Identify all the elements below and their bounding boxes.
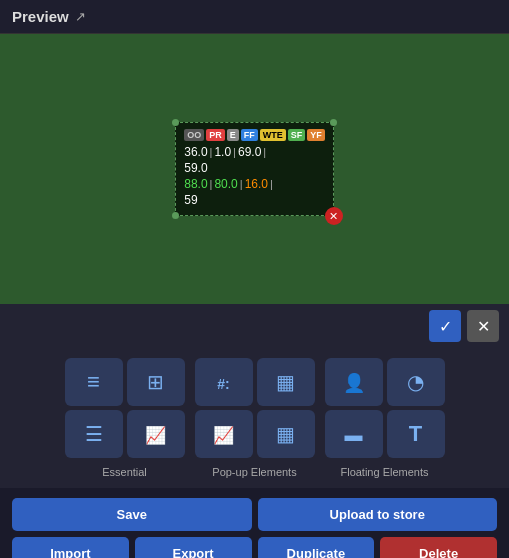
tool-row-5 (325, 358, 445, 406)
val-36: 36.0 (184, 145, 207, 159)
tool-group-popup: Pop-up Elements (195, 358, 315, 478)
grid3-icon (276, 422, 295, 446)
tool-group-essential: Essential (65, 358, 185, 478)
T-icon (409, 421, 422, 447)
widget-row-3: 88.0 | 80.0 | 16.0 | (184, 177, 325, 191)
duplicate-button[interactable]: Duplicate (258, 537, 375, 558)
badge-sf: SF (288, 129, 306, 141)
tool-floating-bar[interactable] (325, 410, 383, 458)
tool-essential-lines2[interactable] (65, 410, 123, 458)
tool-floating-person[interactable] (325, 358, 383, 406)
external-link-icon[interactable]: ↗ (75, 9, 86, 24)
tool-popup-grid3[interactable] (257, 410, 315, 458)
tool-groups: Essential Pop-up Elements (16, 358, 493, 478)
badge-e: E (227, 129, 239, 141)
lines2-icon (85, 422, 103, 446)
val-1: 1.0 (214, 145, 231, 159)
tool-row-6 (325, 410, 445, 458)
val-59-b: 59 (184, 193, 197, 207)
hashtag-icon (217, 371, 229, 394)
widget-row-4: 59 (184, 193, 325, 207)
tool-essential-list[interactable] (65, 358, 123, 406)
action-row-1: Save Upload to store (12, 498, 497, 531)
tool-floating-text[interactable] (387, 410, 445, 458)
essential-label: Essential (102, 466, 147, 478)
widget-close-button[interactable]: ✕ (325, 207, 343, 225)
tool-floating-dial[interactable] (387, 358, 445, 406)
handle-bottom-left[interactable] (172, 212, 179, 219)
grid-icon (147, 370, 164, 394)
badge-wte: WTE (260, 129, 286, 141)
val-80: 80.0 (214, 177, 237, 191)
handle-top-right[interactable] (330, 119, 337, 126)
val-88: 88.0 (184, 177, 207, 191)
widget-row-1: 36.0 | 1.0 | 69.0 | (184, 145, 325, 159)
confirm-button[interactable]: ✓ (429, 310, 461, 342)
badge-ff: FF (241, 129, 258, 141)
chart-icon (145, 423, 166, 446)
delete-button[interactable]: Delete (380, 537, 497, 558)
actions-panel: Save Upload to store Import Export Dupli… (0, 488, 509, 558)
page-title: Preview (12, 8, 69, 25)
controls-bar: ✓ ✕ (0, 304, 509, 348)
tool-row-2 (65, 410, 185, 458)
floating-label: Floating Elements (340, 466, 428, 478)
grid2-icon (276, 370, 295, 394)
tool-popup-grid2[interactable] (257, 358, 315, 406)
tool-row-1 (65, 358, 185, 406)
tool-row-4 (195, 410, 315, 458)
upload-button[interactable]: Upload to store (258, 498, 498, 531)
bar-icon (345, 423, 363, 446)
widget-badges: OO PR E FF WTE SF YF (184, 129, 325, 141)
dial-icon (407, 370, 424, 394)
import-button[interactable]: Import (12, 537, 129, 558)
export-button[interactable]: Export (135, 537, 252, 558)
popup-label: Pop-up Elements (212, 466, 296, 478)
badge-yf: YF (307, 129, 325, 141)
lines-icon (87, 369, 100, 395)
widget-card[interactable]: OO PR E FF WTE SF YF 36.0 | 1.0 | 69.0 |… (175, 122, 334, 216)
save-button[interactable]: Save (12, 498, 252, 531)
tool-essential-grid[interactable] (127, 358, 185, 406)
tool-row-3 (195, 358, 315, 406)
chart2-icon (213, 423, 234, 446)
toolbox: Essential Pop-up Elements (0, 348, 509, 488)
val-59-a: 59.0 (184, 161, 207, 175)
tool-popup-hashtag[interactable] (195, 358, 253, 406)
preview-area: OO PR E FF WTE SF YF 36.0 | 1.0 | 69.0 |… (0, 34, 509, 304)
tool-group-floating: Floating Elements (325, 358, 445, 478)
handle-top-left[interactable] (172, 119, 179, 126)
tool-popup-chart2[interactable] (195, 410, 253, 458)
tool-essential-chart[interactable] (127, 410, 185, 458)
person-icon (343, 371, 365, 394)
discard-button[interactable]: ✕ (467, 310, 499, 342)
header: Preview ↗ (0, 0, 509, 34)
badge-pr: PR (206, 129, 225, 141)
badge-oo: OO (184, 129, 204, 141)
action-row-2: Import Export Duplicate Delete (12, 537, 497, 558)
widget-row-2: 59.0 (184, 161, 325, 175)
val-16: 16.0 (245, 177, 268, 191)
val-69: 69.0 (238, 145, 261, 159)
